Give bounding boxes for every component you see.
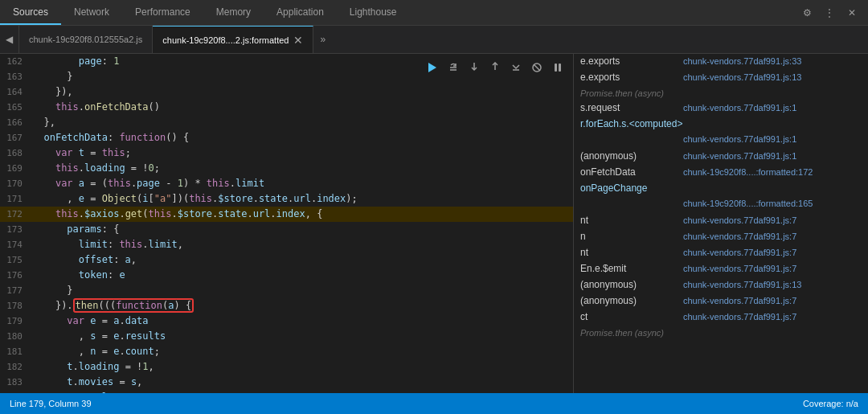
code-line-184: 184 t.total = n — [0, 390, 573, 393]
devtools-toolbar: ⚙ ⋮ ✕ — [797, 3, 868, 23]
step-into-button[interactable] — [465, 59, 483, 76]
cursor-position: Line 179, Column 39 — [10, 399, 92, 408]
call-stack-item[interactable]: s.request chunk-vendors.77daf991.js:1 — [574, 100, 868, 117]
code-content: 162 page: 1 163 } 164 }), 165 this.onFet… — [0, 54, 573, 393]
code-line-180: 180 , s = e.results — [0, 329, 573, 344]
code-line-168: 168 var t = this; — [0, 146, 573, 161]
call-stack-item[interactable]: r.forEach.s.<computed> — [574, 117, 868, 133]
file-tab-chunk-original[interactable]: chunk-19c920f8.012555a2.js — [19, 26, 153, 53]
code-line-170: 170 var a = (this.page - 1) * this.limit — [0, 176, 573, 191]
code-line-182: 182 t.loading = !1, — [0, 359, 573, 375]
call-stack-section: Promise.then (async) — [574, 86, 868, 100]
call-stack-item[interactable]: chunk-19c920f8....:formatted:165 — [574, 197, 868, 213]
tab-application[interactable]: Application — [264, 0, 337, 25]
svg-rect-9 — [559, 64, 561, 72]
main-content: 162 page: 1 163 } 164 }), 165 this.onFet… — [0, 54, 868, 393]
file-tab-bar: ◀ chunk-19c920f8.012555a2.js chunk-19c92… — [0, 26, 868, 54]
code-line-181: 181 , n = e.count; — [0, 344, 573, 359]
call-stack-item[interactable]: onPageChange — [574, 181, 868, 197]
status-bar: Line 179, Column 39 Coverage: n/a — [0, 393, 868, 414]
code-line-172: 172 this.$axios.get(this.$store.state.ur… — [0, 207, 573, 222]
call-stack-item[interactable]: n chunk-vendors.77daf991.js:7 — [574, 229, 868, 245]
close-devtools-button[interactable]: ✕ — [842, 3, 862, 23]
deactivate-button[interactable] — [528, 59, 546, 76]
code-line-169: 169 this.loading = !0; — [0, 161, 573, 176]
settings-button[interactable]: ⚙ — [797, 3, 817, 23]
close-tab-icon[interactable]: ✕ — [293, 34, 303, 47]
code-line-171: 171 , e = Object(i["a"])(this.$store.sta… — [0, 191, 573, 207]
code-line-183: 183 t.movies = s, — [0, 375, 573, 390]
file-tab-chunk-formatted[interactable]: chunk-19c920f8....2.js:formatted ✕ — [153, 26, 313, 53]
resume-button[interactable] — [424, 59, 441, 76]
tab-network[interactable]: Network — [61, 0, 122, 25]
call-stack-section: Promise.then (async) — [574, 326, 868, 340]
call-stack-panel[interactable]: e.exports chunk-vendors.77daf991.js:33 e… — [574, 54, 868, 393]
more-tabs-button[interactable]: » — [313, 34, 332, 45]
call-stack-item[interactable]: nt chunk-vendors.77daf991.js:7 — [574, 213, 868, 229]
debugger-toolbar — [417, 54, 573, 81]
tab-lighthouse[interactable]: Lighthouse — [337, 0, 410, 25]
svg-rect-8 — [555, 64, 557, 72]
code-editor[interactable]: 162 page: 1 163 } 164 }), 165 this.onFet… — [0, 54, 574, 393]
tab-sources[interactable]: Sources — [0, 0, 61, 25]
top-tab-bar: Sources Network Performance Memory Appli… — [0, 0, 868, 26]
code-line-179: 179 var e = a.data — [0, 314, 573, 329]
call-stack-item[interactable]: chunk-vendors.77daf991.js:1 — [574, 133, 868, 149]
call-stack-item[interactable]: ct chunk-vendors.77daf991.js:7 — [574, 309, 868, 326]
code-line-177: 177 } — [0, 283, 573, 298]
code-line-173: 173 params: { — [0, 222, 573, 237]
code-line-165: 165 this.onFetchData() — [0, 100, 573, 115]
sidebar-toggle-button[interactable]: ◀ — [0, 26, 19, 54]
call-stack-item[interactable]: nt chunk-vendors.77daf991.js:7 — [574, 245, 868, 261]
call-stack-item[interactable]: En.e.$emit chunk-vendors.77daf991.js:7 — [574, 261, 868, 277]
call-stack-item[interactable]: e.exports chunk-vendors.77daf991.js:33 — [574, 54, 868, 70]
code-line-166: 166 }, — [0, 115, 573, 130]
code-line-175: 175 offset: a, — [0, 252, 573, 268]
call-stack-item[interactable]: (anonymous) chunk-vendors.77daf991.js:13 — [574, 277, 868, 293]
svg-line-7 — [534, 64, 540, 71]
step-over-button[interactable] — [444, 59, 462, 76]
svg-marker-0 — [428, 63, 436, 72]
pause-on-exception-button[interactable] — [549, 59, 567, 76]
call-stack-item[interactable]: (anonymous) chunk-vendors.77daf991.js:1 — [574, 149, 868, 165]
tab-memory[interactable]: Memory — [203, 0, 264, 25]
code-line-164: 164 }), — [0, 84, 573, 100]
step-out-button[interactable] — [486, 59, 504, 76]
call-stack-item[interactable]: e.exports chunk-vendors.77daf991.js:13 — [574, 70, 868, 86]
tab-performance[interactable]: Performance — [122, 0, 203, 25]
more-menu-button[interactable]: ⋮ — [820, 3, 839, 23]
step-button[interactable] — [507, 59, 525, 76]
coverage-status: Coverage: n/a — [803, 399, 858, 408]
code-line-167: 167 onFetchData: function() { — [0, 130, 573, 146]
call-stack-item[interactable]: onFetchData chunk-19c920f8....:formatted… — [574, 165, 868, 181]
call-stack-item[interactable]: (anonymous) chunk-vendors.77daf991.js:7 — [574, 293, 868, 309]
code-line-178: 178 }).then(((function(a) { — [0, 298, 573, 314]
code-line-176: 176 token: e — [0, 268, 573, 283]
code-line-174: 174 limit: this.limit, — [0, 237, 573, 252]
